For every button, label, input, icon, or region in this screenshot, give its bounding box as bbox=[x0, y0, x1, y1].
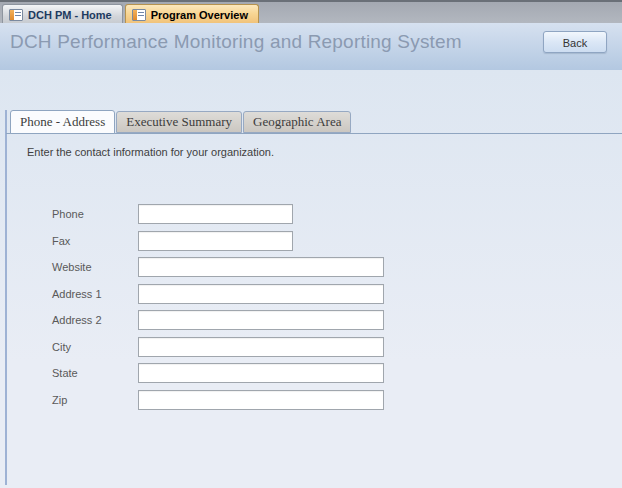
fax-label: Fax bbox=[52, 231, 136, 251]
fax-input[interactable] bbox=[138, 231, 293, 251]
address2-label: Address 2 bbox=[52, 310, 136, 330]
back-button[interactable]: Back bbox=[543, 31, 607, 53]
form-icon bbox=[9, 9, 23, 21]
page-title: DCH Performance Monitoring and Reporting… bbox=[10, 31, 462, 53]
state-label: State bbox=[52, 363, 136, 383]
phone-input[interactable] bbox=[138, 204, 293, 224]
form-tab-strip: Phone - Address Executive Summary Geogra… bbox=[10, 111, 352, 133]
tab-geographic-area[interactable]: Geographic Area bbox=[243, 111, 351, 133]
form-header: DCH Performance Monitoring and Reporting… bbox=[0, 23, 622, 70]
tab-executive-summary[interactable]: Executive Summary bbox=[116, 111, 242, 133]
state-input[interactable] bbox=[138, 363, 384, 383]
form-body: Phone - Address Executive Summary Geogra… bbox=[0, 70, 622, 488]
doc-tab-program-overview[interactable]: Program Overview bbox=[125, 4, 259, 24]
website-input[interactable] bbox=[138, 257, 384, 277]
website-label: Website bbox=[52, 257, 136, 277]
document-tab-bar: DCH PM - Home Program Overview bbox=[0, 0, 622, 25]
phone-label: Phone bbox=[52, 204, 136, 224]
zip-label: Zip bbox=[52, 390, 136, 410]
app-window: DCH PM - Home Program Overview DCH Perfo… bbox=[0, 0, 622, 488]
zip-input[interactable] bbox=[138, 390, 384, 410]
address1-input[interactable] bbox=[138, 284, 384, 304]
doc-tab-label: Program Overview bbox=[151, 9, 248, 21]
instruction-text: Enter the contact information for your o… bbox=[27, 146, 274, 158]
city-input[interactable] bbox=[138, 337, 384, 357]
doc-tab-label: DCH PM - Home bbox=[28, 9, 112, 21]
form-left-edge bbox=[5, 110, 7, 485]
city-label: City bbox=[52, 337, 136, 357]
doc-tab-dch-pm-home[interactable]: DCH PM - Home bbox=[2, 4, 123, 24]
address1-label: Address 1 bbox=[52, 284, 136, 304]
form-icon bbox=[132, 9, 146, 21]
tab-phone-address[interactable]: Phone - Address bbox=[10, 110, 115, 134]
address2-input[interactable] bbox=[138, 310, 384, 330]
